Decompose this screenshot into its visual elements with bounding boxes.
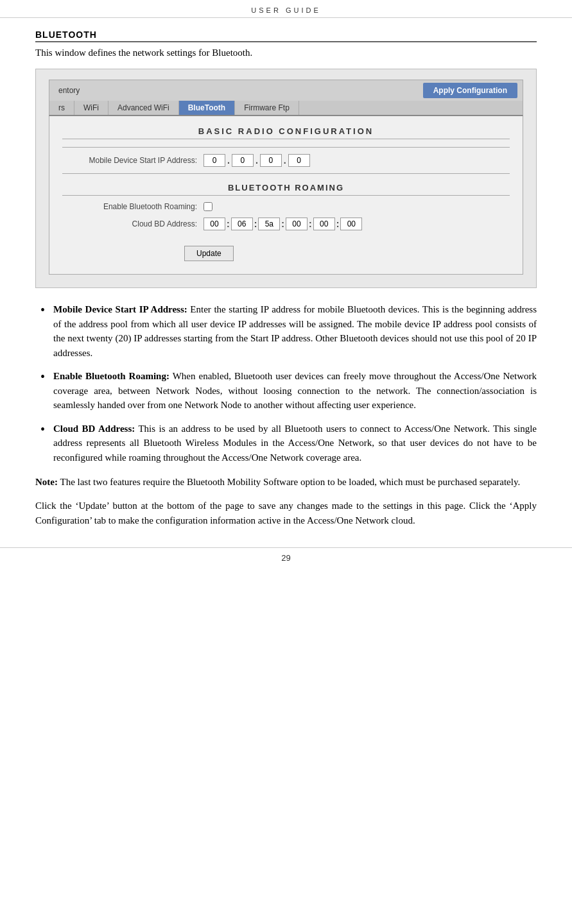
intro-text: This window defines the network settings…	[35, 47, 537, 58]
note-content: The last two features require the Blueto…	[60, 477, 520, 487]
mac-field-2[interactable]	[231, 218, 253, 230]
page-footer: 29	[0, 547, 572, 563]
section-heading: Bluetooth	[35, 30, 537, 42]
ip-dot-2: .	[255, 155, 259, 166]
bullet-text-3: Cloud BD Address: This is an address to …	[53, 422, 537, 465]
ip-fields: . . .	[204, 154, 310, 167]
update-button[interactable]: Update	[184, 246, 234, 261]
page-number: 29	[281, 553, 290, 563]
page-header: USER GUIDE	[0, 0, 572, 18]
header-label: USER GUIDE	[251, 6, 320, 14]
tab-rs[interactable]: rs	[49, 101, 74, 115]
apply-configuration-button[interactable]: Apply Configuration	[423, 83, 517, 98]
tab-wifi[interactable]: WiFi	[74, 101, 108, 115]
bluetooth-roaming-title: BLUETOOTH ROAMING	[62, 183, 510, 196]
basic-radio-title: BASIC RADIO CONFIGURATION	[62, 126, 510, 139]
config-panel: BASIC RADIO CONFIGURATION Mobile Device …	[49, 116, 523, 275]
bullet-term-3: Cloud BD Address:	[53, 424, 135, 434]
cloud-bd-row: Cloud BD Address: : : : : :	[62, 218, 510, 230]
inventory-label: entory	[55, 85, 83, 96]
bullet-text-2: Enable Bluetooth Roaming: When enabled, …	[53, 369, 537, 413]
enable-roaming-label: Enable Bluetooth Roaming:	[62, 202, 204, 211]
bullet-dot-3: •	[35, 422, 53, 437]
mac-field-1[interactable]	[204, 218, 225, 230]
bullet-item-2: • Enable Bluetooth Roaming: When enabled…	[35, 369, 537, 413]
ip-dot-3: .	[283, 155, 287, 166]
section-title: Bluetooth	[35, 30, 97, 40]
mac-fields: : : : : :	[204, 218, 362, 230]
mac-field-3[interactable]	[258, 218, 280, 230]
mac-field-6[interactable]	[340, 218, 362, 230]
bullet-dot-1: •	[35, 302, 53, 318]
mac-field-5[interactable]	[313, 218, 335, 230]
bullet-section: • Mobile Device Start IP Address: Enter …	[35, 302, 537, 465]
cloud-bd-label: Cloud BD Address:	[62, 219, 204, 228]
mac-colon-4: :	[309, 219, 312, 229]
ip-octet-1[interactable]	[204, 154, 225, 167]
mac-colon-2: :	[254, 219, 257, 229]
ip-dot-1: .	[227, 155, 230, 166]
mac-colon-3: :	[281, 219, 284, 229]
tab-advanced-wifi[interactable]: Advanced WiFi	[108, 101, 179, 115]
body-paragraph: Click the ‘Update’ button at the bottom …	[35, 499, 537, 529]
ip-octet-2[interactable]	[232, 154, 254, 167]
ip-octet-4[interactable]	[288, 154, 310, 167]
bullet-item-3: • Cloud BD Address: This is an address t…	[35, 422, 537, 465]
section-divider-1	[62, 147, 510, 148]
nav-tabs: rs WiFi Advanced WiFi BlueTooth Firmware…	[49, 101, 523, 116]
mac-colon-1: :	[227, 219, 230, 229]
tab-bluetooth[interactable]: BlueTooth	[179, 101, 235, 115]
section-divider-2	[62, 173, 510, 174]
note-paragraph: Note: The last two features require the …	[35, 475, 537, 490]
bullet-dot-2: •	[35, 369, 53, 384]
enable-roaming-checkbox[interactable]	[204, 202, 212, 211]
bullet-term-1: Mobile Device Start IP Address:	[53, 304, 187, 314]
ip-address-row: Mobile Device Start IP Address: . . .	[62, 154, 510, 167]
screenshot-container: entory Apply Configuration rs WiFi Advan…	[35, 69, 537, 288]
top-bar: entory Apply Configuration	[49, 80, 523, 101]
bullet-text-1: Mobile Device Start IP Address: Enter th…	[53, 302, 537, 360]
ip-address-label: Mobile Device Start IP Address:	[62, 156, 204, 165]
mac-colon-5: :	[336, 219, 340, 229]
bullet-term-2: Enable Bluetooth Roaming:	[53, 371, 169, 381]
bullet-item-1: • Mobile Device Start IP Address: Enter …	[35, 302, 537, 360]
mac-field-4[interactable]	[286, 218, 308, 230]
ip-octet-3[interactable]	[260, 154, 282, 167]
tab-firmware-ftp[interactable]: Firmware Ftp	[235, 101, 299, 115]
note-label: Note:	[35, 477, 58, 487]
enable-roaming-row: Enable Bluetooth Roaming:	[62, 202, 510, 211]
